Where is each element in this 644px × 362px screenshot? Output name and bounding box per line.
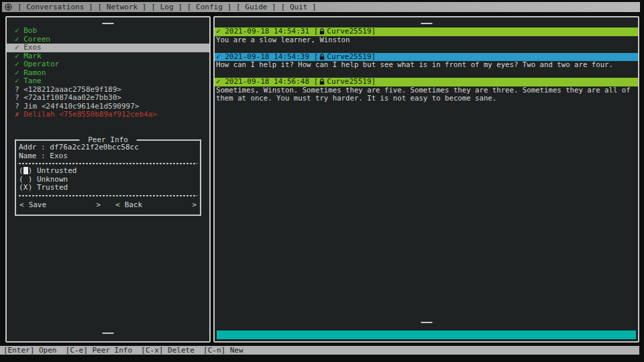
menu-item-quit[interactable]: [ Quit ]	[281, 2, 317, 12]
divider	[19, 195, 197, 196]
radio-label: Unknown	[37, 175, 68, 184]
lock-icon	[319, 78, 325, 85]
contact-row[interactable]: ✗ Delilah <75e8550b89af912ceb4a>	[7, 111, 209, 119]
cipher-label: Curve25519]	[327, 27, 376, 36]
contact-label: <72a1f10874aa02e7bb30>	[23, 93, 121, 102]
contact-label: Coreen	[23, 35, 50, 44]
message-header: ✓ 2021-09-18 14:54:31 [Curve25519]	[215, 27, 638, 36]
contact-label: Mark	[23, 52, 42, 60]
message: ✓ 2021-09-18 14:54:31 [Curve25519]You ar…	[215, 27, 638, 44]
message-input[interactable]	[217, 330, 636, 339]
message-text: How can I help it? How can I help but se…	[215, 61, 638, 70]
menu-item-guide[interactable]: [ Guide ]	[236, 2, 276, 12]
lock-icon	[319, 28, 325, 35]
dialog-title: Peer Info	[80, 135, 137, 144]
button-label: Save	[29, 200, 47, 209]
radio-label: Trusted	[37, 183, 68, 192]
name-value: Exos	[50, 152, 68, 160]
peer-name-row: Name : Exos	[19, 152, 197, 161]
contact-label: Tane	[23, 76, 42, 85]
menu-item-network[interactable]: [ Network ]	[98, 2, 147, 12]
message-timestamp: 2021-09-18 14:54:31 [	[221, 27, 319, 36]
peer-info-dialog: Peer Info Addr : df76a2c21f2e0bcc58cc Na…	[15, 139, 201, 216]
scroll-indicator-bottom	[421, 322, 432, 323]
web-logo-icon	[5, 3, 12, 11]
cross-icon: ✗	[15, 110, 19, 119]
name-label: Name :	[19, 152, 50, 160]
question-icon: ?	[15, 93, 19, 102]
message-header: ✓ 2021-09-18 14:56:48 [Curve25519]	[215, 78, 638, 86]
delivered-check-icon: ✓	[216, 78, 221, 86]
scroll-indicator-top	[421, 23, 432, 24]
check-icon: ✓	[15, 52, 19, 60]
scroll-indicator-top	[103, 23, 114, 24]
message: ✓ 2021-09-18 14:54:39 [Curve25519]How ca…	[215, 53, 638, 70]
check-icon: ✓	[15, 35, 19, 44]
contact-label: Operator	[23, 60, 59, 68]
menu-item-config[interactable]: [ Config ]	[187, 2, 231, 12]
menu-item-log[interactable]: [ Log ]	[151, 2, 182, 12]
divider	[19, 163, 197, 164]
dialog-buttons: <Save><Back>	[19, 200, 197, 209]
radio-option-trusted[interactable]: (X) Trusted	[19, 184, 197, 192]
message-text: You are a slow learner, Winston	[215, 36, 638, 45]
check-icon: ✓	[15, 68, 19, 77]
radio-mark	[23, 167, 28, 174]
scroll-indicator-bottom	[103, 333, 114, 334]
check-icon: ✓	[15, 26, 19, 35]
contact-label: Ramon	[23, 68, 46, 77]
button-arrow-left: <	[115, 200, 120, 209]
message-timestamp: 2021-09-18 14:56:48 [	[221, 78, 319, 86]
chat-panel: ✓ 2021-09-18 14:54:31 [Curve25519]You ar…	[213, 16, 639, 343]
question-icon: ?	[15, 85, 19, 94]
addr-label: Addr :	[19, 143, 50, 152]
button-label: Back	[125, 200, 143, 209]
radio-label: Untrusted	[37, 166, 77, 175]
contacts-panel: ✓ Bob✓ Coreen✓ Exos✓ Mark✓ Operator✓ Ram…	[5, 16, 211, 343]
lock-icon	[319, 54, 325, 60]
menu-item-conversations[interactable]: [ Conversations ]	[17, 2, 93, 12]
contact-label: Exos	[23, 43, 42, 52]
back-button[interactable]: <Back>	[115, 200, 197, 209]
contact-label: <128212aaac2758e9f189>	[23, 85, 121, 94]
delivered-check-icon: ✓	[216, 27, 221, 36]
message: ✓ 2021-09-18 14:56:48 [Curve25519]Someti…	[215, 78, 638, 103]
check-icon: ✓	[15, 60, 19, 68]
save-button[interactable]: <Save>	[19, 200, 101, 209]
status-bar: [Enter] Open [C-e] Peer Info [C-x] Delet…	[0, 346, 639, 355]
menu-bar: [ Conversations ][ Network ][ Log ][ Con…	[2, 2, 640, 12]
check-icon: ✓	[15, 43, 19, 52]
radio-checked-icon: X	[23, 184, 28, 192]
check-icon: ✓	[15, 76, 19, 85]
contact-list: ✓ Bob✓ Coreen✓ Exos✓ Mark✓ Operator✓ Ram…	[7, 27, 209, 119]
button-arrow-right: >	[192, 200, 197, 209]
contact-label: Delilah <75e8550b89af912ceb4a>	[23, 110, 157, 119]
button-arrow-left: <	[19, 200, 24, 209]
contact-label: Bob	[23, 26, 37, 35]
question-icon: ?	[15, 102, 19, 111]
cipher-label: Curve25519]	[327, 78, 376, 86]
button-arrow-right: >	[96, 200, 101, 209]
contact-label: Jim <24f410c9614e1d590997>	[23, 102, 139, 111]
message-text: Sometimes, Winston. Sometimes they are f…	[215, 86, 638, 103]
message-list: ✓ 2021-09-18 14:54:31 [Curve25519]You ar…	[215, 27, 638, 103]
trust-radio-group: ( ) Untrusted( ) Unknown(X) Trusted	[19, 167, 197, 192]
